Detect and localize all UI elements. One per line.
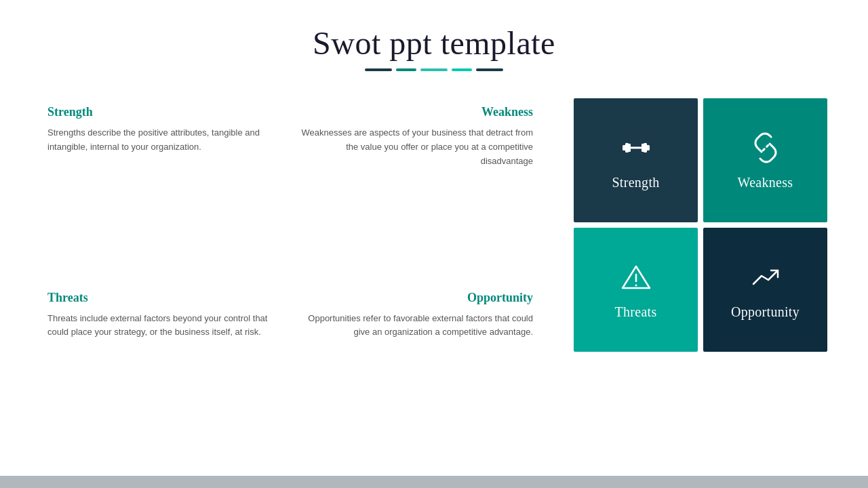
divider-seg-4 [452, 68, 472, 71]
svg-point-9 [635, 285, 637, 287]
text-area: Strength Strengths describe the positive… [41, 92, 553, 462]
broken-link-icon [748, 130, 783, 165]
trending-up-icon [748, 260, 783, 295]
opportunity-card-label: Opportunity [731, 304, 800, 320]
strength-text-cell: Strength Strengths describe the positive… [41, 92, 290, 277]
strength-card: Strength [574, 98, 698, 222]
header-divider [0, 68, 868, 71]
page-title: Swot ppt template [0, 24, 868, 62]
divider-seg-2 [396, 68, 416, 71]
main-content: Strength Strengths describe the positive… [0, 78, 868, 476]
strength-card-label: Strength [612, 175, 659, 190]
threats-card: Threats [574, 228, 698, 352]
bottom-bar [0, 476, 868, 488]
header: Swot ppt template [0, 0, 868, 78]
divider-seg-5 [476, 68, 503, 71]
grid-area: Strength Weakness [553, 92, 827, 462]
strength-title: Strength [47, 105, 283, 119]
threats-title: Threats [47, 291, 283, 305]
svg-rect-6 [642, 144, 644, 152]
threats-text-cell: Threats Threats include external factors… [41, 277, 290, 463]
opportunity-text-cell: Opportunity Opportunities refer to favor… [290, 277, 540, 463]
divider-seg-1 [365, 68, 392, 71]
weakness-card-label: Weakness [738, 175, 793, 190]
slide: Swot ppt template Strength Strengths des… [0, 0, 868, 488]
threats-body: Threats include external factors beyond … [47, 312, 283, 340]
weakness-title: Weakness [297, 105, 533, 119]
bottom-row-texts: Threats Threats include external factors… [41, 277, 540, 463]
opportunity-card: Opportunity [703, 228, 827, 352]
warning-icon [618, 260, 654, 295]
opportunity-title: Opportunity [297, 291, 533, 305]
weakness-card: Weakness [703, 98, 827, 222]
divider-seg-3 [420, 68, 448, 71]
top-row-texts: Strength Strengths describe the positive… [41, 92, 540, 277]
opportunity-body: Opportunities refer to favorable externa… [297, 312, 533, 340]
weakness-body: Weaknesses are aspects of your business … [297, 126, 533, 168]
weakness-text-cell: Weakness Weaknesses are aspects of your … [290, 92, 540, 277]
svg-rect-5 [628, 144, 631, 152]
threats-card-label: Threats [614, 304, 656, 320]
strength-body: Strengths describe the positive attribut… [47, 126, 283, 155]
svg-line-7 [763, 145, 768, 150]
dumbbell-icon [618, 130, 654, 165]
